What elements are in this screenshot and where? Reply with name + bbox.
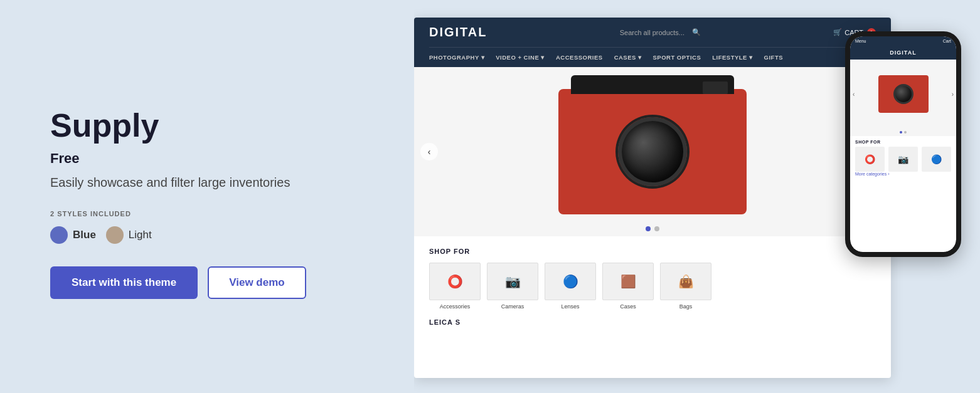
theme-description: Easily showcase and filter large invento… bbox=[50, 176, 376, 190]
blue-dot bbox=[50, 226, 68, 244]
mobile-logo: DIGITAL bbox=[850, 46, 956, 60]
search-placeholder-text: Search all products... bbox=[620, 29, 684, 36]
store-search-area: Search all products... 🔍 bbox=[620, 28, 701, 36]
bags-label: Bags bbox=[660, 303, 711, 310]
desktop-preview: DIGITAL Search all products... 🔍 🛒 CART … bbox=[414, 18, 891, 378]
bags-icon: 👜 bbox=[660, 263, 711, 300]
mobile-dot-2 bbox=[904, 131, 907, 134]
hero-dot-1[interactable] bbox=[646, 226, 651, 231]
cases-icon: 🟫 bbox=[602, 263, 654, 300]
cameras-label: Cameras bbox=[487, 303, 538, 310]
style-option-light[interactable]: Light bbox=[106, 226, 152, 244]
theme-price: Free bbox=[50, 150, 376, 167]
hero-prev-arrow[interactable]: ‹ bbox=[420, 143, 438, 160]
style-options: Blue Light bbox=[50, 226, 376, 244]
store-hero: ‹ › bbox=[414, 67, 891, 236]
camera-lens bbox=[618, 117, 687, 186]
leica-title: LEICA S bbox=[429, 318, 876, 326]
category-bags[interactable]: 👜 Bags bbox=[660, 263, 711, 310]
theme-title: Supply bbox=[50, 107, 376, 144]
nav-gifts[interactable]: GIFTS bbox=[764, 54, 783, 61]
mobile-cart-label[interactable]: Cart bbox=[943, 39, 951, 43]
cart-icon: 🛒 bbox=[833, 28, 842, 36]
mobile-next-arrow[interactable]: › bbox=[952, 91, 954, 98]
mobile-dot-1 bbox=[900, 131, 902, 134]
cases-label: Cases bbox=[602, 303, 654, 310]
start-theme-button[interactable]: Start with this theme bbox=[50, 266, 198, 299]
view-demo-button[interactable]: View demo bbox=[208, 266, 306, 299]
hero-dot-2[interactable] bbox=[654, 226, 659, 231]
mobile-product-2: 📷 bbox=[888, 147, 918, 172]
lenses-icon: 🔵 bbox=[545, 263, 596, 300]
shop-for-title: SHOP FOR bbox=[429, 248, 876, 255]
store-nav: PHOTOGRAPHY ▾ VIDEO + CINE ▾ ACCESSORIES… bbox=[429, 48, 876, 67]
shop-categories: ⭕ Accessories 📷 Cameras 🔵 Lenses 🟫 Cases… bbox=[429, 263, 876, 310]
light-dot bbox=[106, 226, 124, 244]
cameras-icon: 📷 bbox=[487, 263, 538, 300]
mobile-inner: Menu Cart DIGITAL ‹ › SHOP FOR ⭕ 📷 🔵 bbox=[850, 36, 956, 252]
style-option-blue[interactable]: Blue bbox=[50, 226, 96, 244]
mobile-product-1: ⭕ bbox=[855, 147, 885, 172]
store-body: SHOP FOR ⭕ Accessories 📷 Cameras 🔵 Lense… bbox=[414, 236, 891, 337]
nav-video[interactable]: VIDEO + CINE ▾ bbox=[496, 54, 545, 61]
nav-photography[interactable]: PHOTOGRAPHY ▾ bbox=[429, 54, 484, 61]
nav-cases[interactable]: CASES ▾ bbox=[614, 54, 642, 61]
lenses-label: Lenses bbox=[545, 303, 596, 310]
mobile-camera bbox=[878, 75, 929, 113]
mobile-dots bbox=[850, 128, 956, 136]
store-header: DIGITAL Search all products... 🔍 🛒 CART … bbox=[414, 18, 891, 67]
left-panel: Supply Free Easily showcase and filter l… bbox=[0, 0, 414, 393]
mobile-menu-label[interactable]: Menu bbox=[855, 39, 866, 43]
store-logo: DIGITAL bbox=[429, 25, 487, 39]
right-panel: DIGITAL Search all products... 🔍 🛒 CART … bbox=[414, 0, 980, 393]
search-icon[interactable]: 🔍 bbox=[692, 28, 701, 36]
category-cases[interactable]: 🟫 Cases bbox=[602, 263, 654, 310]
mobile-hero: ‹ › bbox=[850, 60, 956, 128]
category-lenses[interactable]: 🔵 Lenses bbox=[545, 263, 596, 310]
nav-accessories[interactable]: ACCESSORIES bbox=[556, 54, 603, 61]
action-buttons: Start with this theme View demo bbox=[50, 266, 376, 299]
mobile-more-categories[interactable]: More categories › bbox=[850, 172, 956, 179]
hero-camera bbox=[552, 76, 753, 227]
mobile-product-3: 🔵 bbox=[922, 147, 951, 172]
style-name-blue: Blue bbox=[73, 229, 96, 241]
nav-sport-optics[interactable]: SPORT OPTICS bbox=[653, 54, 701, 61]
nav-lifestyle[interactable]: LIFESTYLE ▾ bbox=[712, 54, 752, 61]
mobile-lens bbox=[893, 84, 913, 104]
accessories-icon: ⭕ bbox=[429, 263, 481, 300]
store-top-bar: DIGITAL Search all products... 🔍 🛒 CART … bbox=[429, 18, 876, 48]
camera-viewfinder bbox=[703, 81, 728, 94]
mobile-header: Menu Cart bbox=[850, 36, 956, 46]
accessories-label: Accessories bbox=[429, 303, 481, 310]
mobile-shop-for: SHOP FOR bbox=[850, 136, 956, 147]
hero-dots bbox=[646, 226, 659, 231]
mobile-prev-arrow[interactable]: ‹ bbox=[853, 91, 855, 98]
mobile-preview: Menu Cart DIGITAL ‹ › SHOP FOR ⭕ 📷 🔵 bbox=[845, 31, 961, 257]
camera-body bbox=[558, 89, 747, 214]
style-name-light: Light bbox=[129, 229, 152, 241]
category-accessories[interactable]: ⭕ Accessories bbox=[429, 263, 481, 310]
styles-label: 2 STYLES INCLUDED bbox=[50, 210, 376, 217]
category-cameras[interactable]: 📷 Cameras bbox=[487, 263, 538, 310]
mobile-products: ⭕ 📷 🔵 bbox=[850, 147, 956, 172]
